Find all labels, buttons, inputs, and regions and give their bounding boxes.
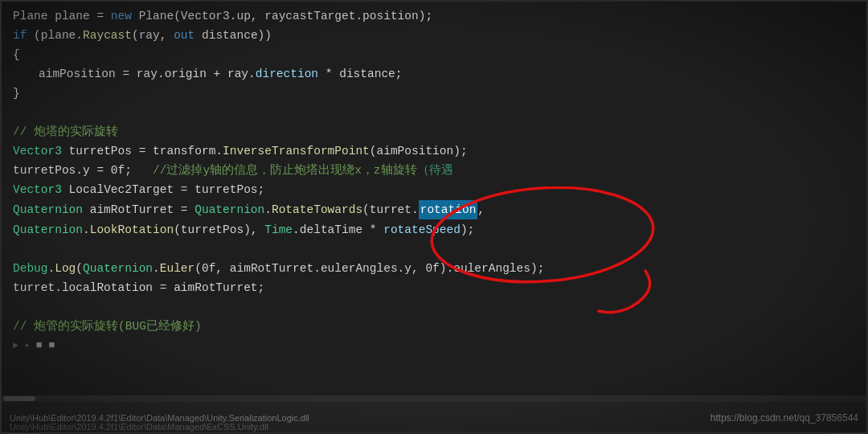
code-text: LocalVec2Target = turretPos; <box>62 181 264 199</box>
csdn-url: https://blog.csdn.net/qq_37856544 <box>710 412 858 424</box>
code-line: // 炮塔的实际旋转 <box>0 122 868 141</box>
code-text: Plane plane = <box>13 7 111 25</box>
code-type: Time <box>264 221 293 239</box>
screen: Plane plane = new Plane(Vector3.up, rayc… <box>0 0 868 434</box>
code-text: (0f, aimRotTurret.eulerAngles.y, 0f).eul… <box>194 260 544 277</box>
code-text: ■ ■ <box>36 337 55 354</box>
code-highlighted-rotation: rotation <box>419 200 478 219</box>
code-text: ▶ ▸ <box>13 337 36 354</box>
code-line: Vector3 turretPos = transform.InverseTra… <box>0 141 868 161</box>
code-comment: //过滤掉y轴的信息，防止炮塔出现绕x，z轴旋转 <box>153 162 417 179</box>
code-line: Quaternion.LookRotation(turretPos), Time… <box>0 220 868 240</box>
code-method: Raycast <box>83 27 132 44</box>
code-method: Log <box>55 260 76 277</box>
code-text: (aimPosition); <box>370 142 468 160</box>
code-line: if (plane.Raycast(ray, out distance)) <box>0 26 868 45</box>
scrollbar-thumb[interactable] <box>3 396 35 401</box>
code-type: Vector3 <box>13 142 62 160</box>
code-type: Debug <box>13 260 48 277</box>
code-line: Debug.Log(Quaternion.Euler(0f, aimRotTur… <box>0 259 868 278</box>
code-text: ( <box>76 260 83 277</box>
code-line: ▶ ▸ ■ ■ <box>0 336 868 355</box>
code-text: (tur <box>362 201 391 219</box>
code-type: Quaternion <box>13 221 83 239</box>
code-method: RotateTowards <box>272 201 362 219</box>
code-text: * distance; <box>318 65 402 83</box>
code-line: } <box>0 84 868 103</box>
code-method: InverseTransformPoint <box>223 142 370 160</box>
code-line: turret.localRotation = aimRotTurret; <box>0 278 868 297</box>
code-line: // 炮管的实际旋转(BUG已经修好) <box>0 317 868 336</box>
code-text: (turretPos), <box>174 221 264 239</box>
horizontal-scrollbar[interactable] <box>0 395 868 402</box>
code-comment: // 炮塔的实际旋转 <box>13 123 118 141</box>
code-text: aimRotTurret = <box>83 201 194 219</box>
code-text: . <box>264 201 272 219</box>
code-type: Quaternion <box>13 201 83 219</box>
code-text: Plane(Vector3.up, raycastTarget.position… <box>132 7 432 25</box>
code-line: turretPos.y = 0f; //过滤掉y轴的信息，防止炮塔出现绕x，z轴… <box>0 161 868 180</box>
code-line: Plane plane = new Plane(Vector3.up, rayc… <box>0 6 868 26</box>
code-text: turretPos = transform. <box>62 142 223 160</box>
code-type: Vector3 <box>13 181 62 199</box>
code-editor: Plane plane = new Plane(Vector3.up, rayc… <box>0 0 868 402</box>
code-method: LookRotation <box>90 221 174 239</box>
code-text: . <box>48 260 55 277</box>
code-text: ); <box>461 221 474 239</box>
code-text: . <box>153 260 160 277</box>
code-line: { <box>0 45 868 64</box>
code-line: Vector3 LocalVec2Target = turretPos; <box>0 180 868 199</box>
code-empty-line <box>0 240 868 259</box>
code-text: (ray, <box>132 27 174 44</box>
code-text: distance)) <box>194 27 272 44</box>
code-text: , <box>477 201 485 219</box>
code-text: } <box>13 84 20 102</box>
code-text: aimPosition = ray.origin + ray. <box>39 65 256 83</box>
code-comment-overflow: （待遇 <box>417 162 453 179</box>
code-text: turret.localRotation = aimRotTurret; <box>13 279 264 297</box>
status-path-2: Unity\Hub\Editor\2019.4.2f1\Editor\Data\… <box>10 422 268 432</box>
code-property: direction <box>256 65 318 83</box>
code-empty-line <box>0 297 868 317</box>
code-keyword: if <box>13 27 27 44</box>
code-text: { <box>13 46 20 63</box>
code-keyword: new <box>111 7 132 25</box>
code-variable: rotateSpeed <box>383 221 461 239</box>
status-bar: Unity\Hub\Editor\2019.4.2f1\Editor\Data\… <box>0 402 868 434</box>
code-text: turretPos.y = 0f; <box>13 162 153 179</box>
code-type: Quaternion <box>194 201 264 219</box>
code-method: Euler <box>160 260 195 277</box>
code-empty-line <box>0 103 868 122</box>
status-bar-url: https://blog.csdn.net/qq_37856544 <box>710 412 858 424</box>
code-line: aimPosition = ray.origin + ray.direction… <box>0 64 868 84</box>
code-text: . <box>83 221 90 239</box>
code-text: (plane. <box>27 27 83 44</box>
code-text: .deltaTime * <box>293 221 383 239</box>
code-line: Quaternion aimRotTurret = Quaternion.Rot… <box>0 199 868 220</box>
code-text: ret. <box>391 201 419 219</box>
code-comment: // 炮管的实际旋转(BUG已经修好) <box>13 317 202 335</box>
code-type: Quaternion <box>83 260 153 277</box>
code-keyword: out <box>174 27 194 44</box>
